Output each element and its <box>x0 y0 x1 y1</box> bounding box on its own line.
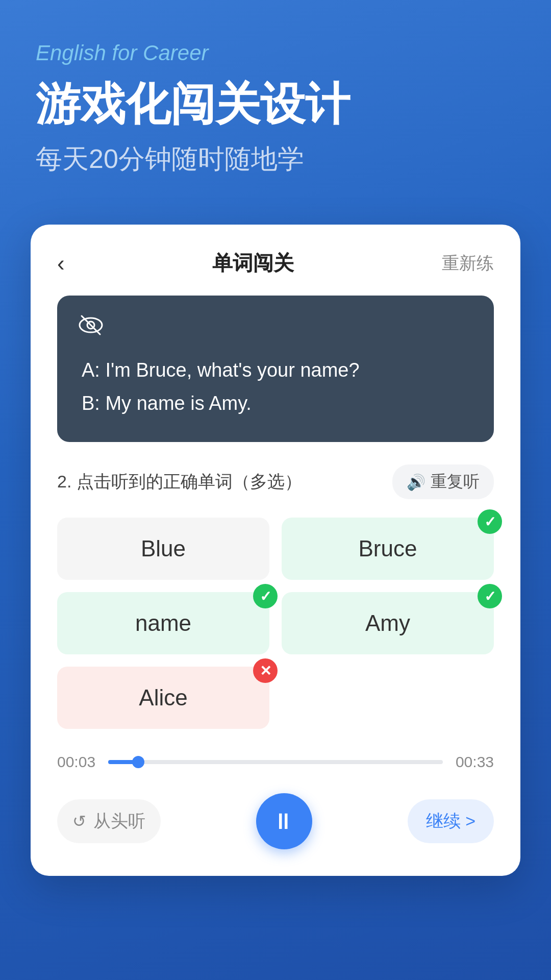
continue-label: 继续 > <box>426 810 475 833</box>
speaker-icon: 🔊 <box>407 473 425 491</box>
dialogue-box: A: I'm Bruce, what's your name? B: My na… <box>57 296 494 442</box>
question-body: 点击听到的正确单词（多选） <box>77 472 302 491</box>
progress-track[interactable] <box>108 760 443 764</box>
card-title: 单词闯关 <box>212 249 294 277</box>
wrong-badge-alice: ✕ <box>253 658 278 683</box>
current-time: 00:03 <box>57 753 98 771</box>
pause-button[interactable]: ⏸ <box>256 793 312 849</box>
reload-icon: ↺ <box>72 812 86 831</box>
quiz-card: ‹ 单词闯关 重新练 A: I'm Bruce, what's your nam… <box>31 225 520 876</box>
correct-badge-name: ✓ <box>253 584 278 608</box>
options-grid: Blue Bruce ✓ name ✓ Amy ✓ Alice ✕ <box>57 518 494 729</box>
total-time: 00:33 <box>453 753 494 771</box>
back-button[interactable]: ‹ <box>57 251 65 276</box>
pause-icon: ⏸ <box>272 808 296 834</box>
option-bruce-label: Bruce <box>359 536 417 561</box>
option-name-label: name <box>135 610 191 635</box>
question-text: 2. 点击听到的正确单词（多选） <box>57 470 302 494</box>
option-amy[interactable]: Amy ✓ <box>282 592 494 654</box>
option-blue[interactable]: Blue <box>57 518 269 580</box>
dialogue-text: A: I'm Bruce, what's your name? B: My na… <box>82 318 469 420</box>
from-start-label: 从头听 <box>93 810 145 833</box>
card-header: ‹ 单词闯关 重新练 <box>57 249 494 277</box>
repeat-button[interactable]: 🔊 重复听 <box>392 464 494 499</box>
retry-button[interactable]: 重新练 <box>442 252 494 275</box>
option-blue-label: Blue <box>141 536 186 561</box>
hide-icon <box>78 312 104 338</box>
bottom-controls: ↺ 从头听 ⏸ 继续 > <box>57 793 494 849</box>
header-section: English for Career 游戏化闯关设计 每天20分钟随时随地学 <box>0 0 551 177</box>
question-row: 2. 点击听到的正确单词（多选） 🔊 重复听 <box>57 464 494 499</box>
progress-thumb <box>132 756 144 768</box>
english-subtitle: English for Career <box>36 41 515 65</box>
correct-badge-amy: ✓ <box>478 584 502 608</box>
option-alice[interactable]: Alice ✕ <box>57 667 269 729</box>
dialogue-line2: B: My name is Amy. <box>82 387 469 420</box>
repeat-label: 重复听 <box>431 471 480 493</box>
progress-row: 00:03 00:33 <box>57 753 494 771</box>
continue-button[interactable]: 继续 > <box>408 799 494 843</box>
sub-title: 每天20分钟随时随地学 <box>36 141 515 177</box>
from-start-button[interactable]: ↺ 从头听 <box>57 799 161 843</box>
option-amy-label: Amy <box>365 610 410 635</box>
dialogue-line1: A: I'm Bruce, what's your name? <box>82 354 469 387</box>
option-alice-label: Alice <box>139 685 187 710</box>
question-number: 2. <box>57 472 71 491</box>
option-name[interactable]: name ✓ <box>57 592 269 654</box>
main-title: 游戏化闯关设计 <box>36 80 515 129</box>
correct-badge-bruce: ✓ <box>478 509 502 534</box>
option-bruce[interactable]: Bruce ✓ <box>282 518 494 580</box>
